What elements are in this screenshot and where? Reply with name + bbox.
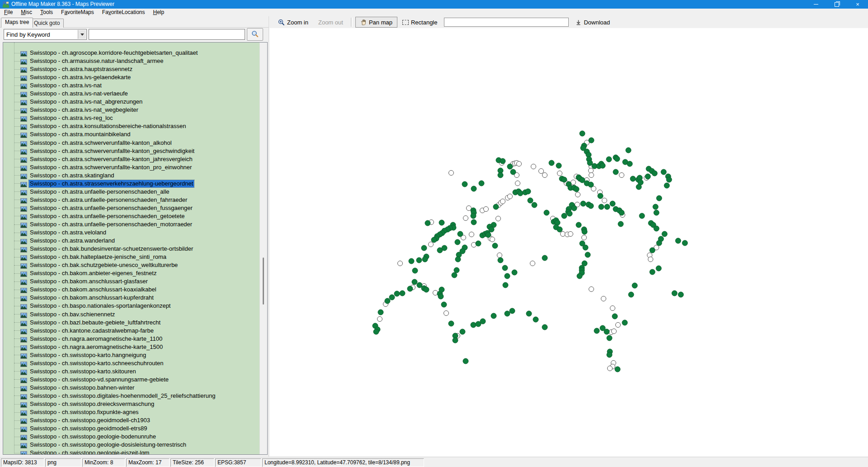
- pan-map-button[interactable]: Pan map: [355, 17, 397, 28]
- tree-item[interactable]: Swisstopo - ch.swisstopo.geologie-eiszei…: [3, 449, 259, 455]
- chevron-down-icon[interactable]: [78, 30, 86, 39]
- map-canvas[interactable]: [269, 28, 868, 456]
- maximize-button[interactable]: [826, 0, 847, 9]
- tree-item[interactable]: Swisstopo - ch.astra.veloland: [3, 229, 259, 237]
- tree-item-label: Swisstopo - ch.astra.ivs-nat-verlaeufe: [29, 90, 129, 97]
- close-button[interactable]: ×: [847, 0, 868, 9]
- tree-item[interactable]: Swisstopo - ch.bakom.anschlussart-glasfa…: [3, 277, 259, 286]
- map-marker-filled: [583, 245, 589, 251]
- tree-item-label: Swisstopo - ch.swisstopo.geologie-eiszei…: [29, 449, 150, 455]
- map-marker-filled: [509, 308, 515, 314]
- tree-item[interactable]: Swisstopo - ch.swisstopo.geologie-dosisl…: [3, 441, 259, 449]
- tree-item[interactable]: Swisstopo - ch.astra.hauptstrassennetz: [3, 65, 259, 73]
- tree-item[interactable]: Swisstopo - ch.swisstopo-karto.skitouren: [3, 367, 259, 376]
- tree-item[interactable]: Swisstopo - ch.astra.unfaelle-personensc…: [3, 220, 259, 229]
- search-input[interactable]: [89, 29, 245, 40]
- tree-item[interactable]: Swisstopo - ch.swisstopo-karto.hangneigu…: [3, 351, 259, 359]
- tree-item[interactable]: Swisstopo - ch.astra.ivs-nat_abgrenzunge…: [3, 98, 259, 106]
- download-button[interactable]: Download: [571, 17, 615, 28]
- map-marker-filled: [636, 184, 642, 190]
- tree-connector: [14, 429, 20, 429]
- map-layer-icon: [20, 385, 27, 391]
- tree-item[interactable]: Swisstopo - ch.astra.konsultationsbereic…: [3, 122, 259, 130]
- zoom-in-button[interactable]: Zoom in: [273, 17, 313, 28]
- tree-item[interactable]: Swisstopo - ch.astra.mountainbikeland: [3, 130, 259, 138]
- tree-item[interactable]: Swisstopo - ch.astra.unfaelle-personensc…: [3, 196, 259, 204]
- tree-item-label: Swisstopo - ch.bak.bundesinventar-schuet…: [29, 245, 194, 253]
- tree-item[interactable]: Swisstopo - ch.astra.unfaelle-personensc…: [3, 212, 259, 220]
- tree-item[interactable]: Swisstopo - ch.nagra.aeromagnetische-kar…: [3, 343, 259, 351]
- find-mode-select[interactable]: Find by Keyword: [4, 29, 87, 40]
- tree-item[interactable]: Swisstopo - ch.swisstopo.geoidmodell-ch1…: [3, 416, 259, 424]
- menu-item-favoritemaps[interactable]: FavoriteMaps: [57, 9, 98, 16]
- map-layer-icon: [20, 450, 27, 455]
- tab-quick-goto[interactable]: Quick goto: [30, 19, 64, 28]
- menu-item-file[interactable]: File: [0, 9, 17, 16]
- tree-item[interactable]: Swisstopo - ch.swisstopo-vd.spannungsarm…: [3, 376, 259, 384]
- tree-item[interactable]: Swisstopo - ch.swisstopo.bahnen-winter: [3, 384, 259, 392]
- tree-item[interactable]: Swisstopo - ch.bak.bundesinventar-schuet…: [3, 245, 259, 253]
- tree-item[interactable]: Swisstopo - ch.astra.strassenverkehrszae…: [3, 180, 259, 188]
- menu-item-help[interactable]: Help: [149, 9, 169, 16]
- tree-scrollbar-thumb[interactable]: [263, 257, 264, 305]
- tree-item[interactable]: Swisstopo - ch.bak.halteplaetze-jenische…: [3, 253, 259, 261]
- map-marker-filled: [582, 229, 588, 235]
- map-marker-filled: [682, 240, 688, 246]
- tree-item[interactable]: Swisstopo - ch.astra.ivs-nat-verlaeufe: [3, 90, 259, 98]
- tree-connector: [14, 126, 20, 127]
- tree-item[interactable]: Swisstopo - ch.baspo.nationales-sportanl…: [3, 302, 259, 310]
- tree-connector: [14, 77, 20, 78]
- menu-item-favoritelocations[interactable]: FavoriteLocations: [98, 9, 149, 16]
- menu-item-tools[interactable]: Tools: [36, 9, 57, 16]
- tree-item[interactable]: Swisstopo - ch.bak.schutzgebiete-unesco_…: [3, 261, 259, 269]
- tree-item-label: Swisstopo - ch.agroscope.korridore-feuch…: [29, 49, 198, 57]
- map-marker-open: [377, 316, 382, 322]
- tree-item[interactable]: Swisstopo - ch.bakom.anbieter-eigenes_fe…: [3, 269, 259, 277]
- tree-item[interactable]: Swisstopo - ch.astra.schwerverunfallte-k…: [3, 147, 259, 155]
- tree-item[interactable]: Swisstopo - ch.astra.ivs-nat: [3, 81, 259, 90]
- tree-item[interactable]: Swisstopo - ch.astra.schwerverunfallte-k…: [3, 139, 259, 147]
- tree-item[interactable]: Swisstopo - ch.astra.schwerverunfallte-k…: [3, 155, 259, 163]
- tree-item[interactable]: Swisstopo - ch.astra.unfaelle-personensc…: [3, 188, 259, 196]
- tree-item[interactable]: Swisstopo - ch.nagra.aeromagnetische-kar…: [3, 335, 259, 343]
- tree-item[interactable]: Swisstopo - ch.astra.ivs-reg_loc: [3, 114, 259, 122]
- menu-item-misc[interactable]: Misc: [17, 9, 36, 16]
- tree-item[interactable]: Swisstopo - ch.bakom.anschlussart-koaxia…: [3, 286, 259, 294]
- tree-item[interactable]: Swisstopo - ch.swisstopo.geologie-bodenu…: [3, 433, 259, 441]
- tree-item[interactable]: Swisstopo - ch.bakom.anschlussart-kupfer…: [3, 294, 259, 302]
- tree-item-label: Swisstopo - ch.bak.halteplaetze-jenische…: [29, 253, 167, 261]
- tree-item[interactable]: Swisstopo - ch.bazl.bebaute-gebiete_luft…: [3, 319, 259, 327]
- map-marker-filled: [607, 335, 613, 341]
- tree-item[interactable]: Swisstopo - ch.astra.ivs-gelaendekarte: [3, 73, 259, 81]
- map-marker-filled: [471, 186, 477, 192]
- tree-item[interactable]: Swisstopo - ch.swisstopo.digitales-hoehe…: [3, 392, 259, 400]
- tree-item[interactable]: Swisstopo - ch.swisstopo-karto.schneesch…: [3, 359, 259, 367]
- tree-item[interactable]: Swisstopo - ch.kantone.cadastralwebmap-f…: [3, 327, 259, 335]
- map-marker-open: [648, 257, 653, 262]
- tab-maps-tree[interactable]: Maps tree: [1, 18, 33, 28]
- tree-scrollbar[interactable]: [259, 43, 267, 454]
- map-marker-filled: [639, 213, 645, 219]
- restore-icon: [835, 2, 839, 7]
- search-button[interactable]: [247, 28, 263, 41]
- tree-connector: [14, 355, 20, 355]
- tree-item[interactable]: Swisstopo - ch.swisstopo.fixpunkte-agnes: [3, 408, 259, 416]
- toolbar-input[interactable]: [444, 18, 569, 27]
- tree-item[interactable]: Swisstopo - ch.armasuisse.natur-landscha…: [3, 57, 259, 65]
- map-layer-icon: [20, 353, 27, 358]
- tree-item[interactable]: Swisstopo - ch.astra.schwerverunfallte-k…: [3, 163, 259, 172]
- tree-connector: [14, 281, 20, 282]
- tree-item[interactable]: Swisstopo - ch.astra.unfaelle-personensc…: [3, 204, 259, 212]
- tree-item-label: Swisstopo - ch.bak.schutzgebiete-unesco_…: [29, 262, 179, 269]
- minimize-button[interactable]: [806, 0, 826, 9]
- tree-item[interactable]: Swisstopo - ch.astra.wanderland: [3, 237, 259, 245]
- tree-item[interactable]: Swisstopo - ch.bav.schienennetz: [3, 310, 259, 319]
- tree-item[interactable]: Swisstopo - ch.swisstopo.dreiecksvermasc…: [3, 400, 259, 408]
- tree-item[interactable]: Swisstopo - ch.agroscope.korridore-feuch…: [3, 49, 259, 57]
- tree-item[interactable]: Swisstopo - ch.swisstopo.geoidmodell-etr…: [3, 424, 259, 433]
- tree-connector: [14, 257, 20, 257]
- tree-item[interactable]: Swisstopo - ch.astra.skatingland: [3, 172, 259, 180]
- tree-item[interactable]: Swisstopo - ch.astra.ivs-nat_wegbegleite…: [3, 106, 259, 114]
- rectangle-button[interactable]: Rectangle: [397, 17, 443, 28]
- map-marker-filled: [580, 201, 586, 207]
